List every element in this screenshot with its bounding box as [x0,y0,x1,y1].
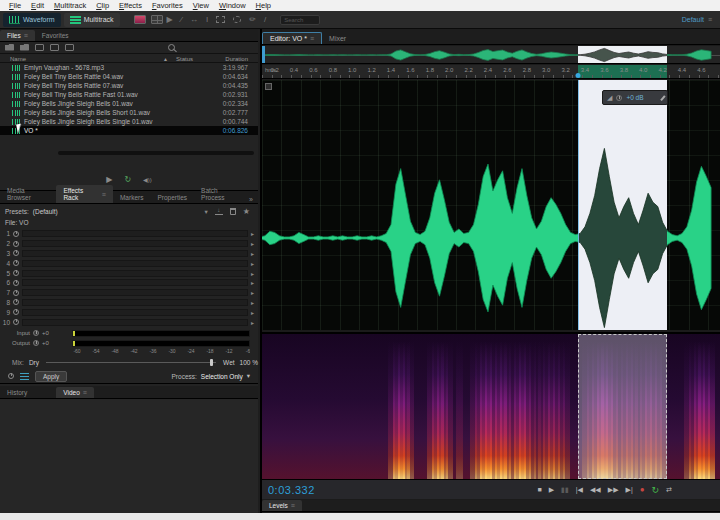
marquee-selection-tool-icon[interactable] [216,16,225,23]
multitrack-view-button[interactable]: Multitrack [64,13,120,27]
files-horizontal-scrollbar[interactable] [58,151,254,155]
skip-selection-button[interactable]: ⇄ [666,485,672,495]
menu-effects[interactable]: Effects [114,0,147,11]
record-button[interactable]: ● [640,485,645,495]
slot-chevron-icon[interactable]: ▸ [251,240,254,247]
slot-power-icon[interactable] [13,280,19,286]
tab-files[interactable]: Files ≡ [0,30,35,41]
workspace-menu-icon[interactable]: ≡ [708,16,712,23]
files-list-header[interactable]: Name ▲ Status Duration [0,54,258,63]
slot-chevron-icon[interactable]: ▸ [251,309,254,316]
preview-loop-icon[interactable]: ↻ [124,175,131,184]
file-name[interactable]: Foley Bells Jingle Sleigh Bells Single 0… [24,118,153,125]
volume-hud[interactable]: ◢ +0 dB [602,90,668,105]
effect-slot-7[interactable]: 7▸ [0,288,258,298]
preview-play-icon[interactable]: ▶ [106,175,112,184]
file-row[interactable]: Foley Bells Jingle Sleigh Bells Short 01… [0,108,258,117]
file-name[interactable]: Foley Bell Tiny Bells Rattle 07.wav [24,82,123,89]
fast-forward-button[interactable]: ▶▶ [608,485,619,495]
loop-button[interactable]: ↻ [652,485,660,495]
pause-button[interactable]: ▮▮ [561,485,569,495]
tab-video[interactable]: Video ≡ [56,387,94,398]
slot-chevron-icon[interactable]: ▸ [251,230,254,237]
hud-gain-value[interactable]: +0 dB [626,94,643,101]
slot-power-icon[interactable] [13,231,19,237]
spectral-pitch-display-icon[interactable] [151,15,163,24]
menu-edit[interactable]: Edit [26,0,49,11]
file-row[interactable]: Foley Bells Jingle Sleigh Bells Single 0… [0,117,258,126]
column-duration[interactable]: Duration [225,56,248,62]
slot-power-icon[interactable] [13,319,19,325]
waveform-view-button[interactable]: Waveform [3,13,61,27]
import-file-icon[interactable] [20,44,29,51]
effect-slot-8[interactable]: 8▸ [0,298,258,308]
effect-slot-6[interactable]: 6▸ [0,278,258,288]
slot-power-icon[interactable] [13,290,19,296]
go-to-start-button[interactable]: |◀ [576,485,583,495]
tab-overflow-icon[interactable]: » [249,196,258,203]
file-name[interactable]: Foley Bells Jingle Sleigh Bells Short 01… [24,109,150,116]
file-row[interactable]: Foley Bell Tiny Bells Rattle 07.wav0:04.… [0,81,258,90]
slot-chevron-icon[interactable]: ▸ [251,319,254,326]
stop-button[interactable]: ■ [537,485,541,495]
panel-menu-icon[interactable]: ≡ [291,502,295,509]
play-button[interactable]: ▶ [549,485,554,495]
menu-window[interactable]: Window [214,0,251,11]
favorite-star-icon[interactable]: ★ [243,207,250,216]
slot-chevron-icon[interactable]: ▸ [251,260,254,267]
file-row[interactable]: Foley Bells Jingle Sleigh Bells 01.wav0:… [0,99,258,108]
paintbrush-tool-icon[interactable]: ✏ [249,15,256,25]
lasso-selection-tool-icon[interactable] [233,16,241,23]
file-name[interactable]: Foley Bell Tiny Bells Rattle Fast 01.wav [24,91,138,98]
menu-file[interactable]: File [4,0,26,11]
effect-slot-2[interactable]: 2▸ [0,239,258,249]
column-status[interactable]: Status [176,56,193,62]
slot-power-icon[interactable] [13,270,19,276]
playhead-marker[interactable] [576,73,581,78]
effect-slot-9[interactable]: 9▸ [0,307,258,317]
slot-chevron-icon[interactable]: ▸ [251,299,254,306]
move-tool-icon[interactable]: ▶ [167,15,173,25]
panel-menu-icon[interactable]: ≡ [310,35,314,42]
input-gain-knob[interactable] [33,330,39,336]
overview-start-marker[interactable] [262,46,265,63]
playhead-line[interactable] [578,80,579,330]
tab-history[interactable]: History [0,387,34,398]
process-dropdown-icon[interactable]: ▾ [247,372,250,380]
output-gain-knob[interactable] [33,340,39,346]
delete-preset-icon[interactable] [230,208,236,215]
column-name[interactable]: Name [10,56,26,62]
file-name[interactable]: Emlyn Vaughan - 5678.mp3 [24,64,104,71]
tab-properties[interactable]: Properties [150,192,194,203]
preset-value[interactable]: (Default) [33,208,58,215]
preset-dropdown-icon[interactable]: ▾ [205,208,208,216]
slot-power-icon[interactable] [13,299,19,305]
time-display[interactable]: 0:03.332 [268,484,315,496]
tab-batch-process[interactable]: Batch Process [194,185,249,203]
spot-healing-tool-icon[interactable]: / [264,15,266,25]
process-value[interactable]: Selection Only [201,373,243,380]
spectral-display-icon[interactable] [134,15,146,24]
menu-clip[interactable]: Clip [91,0,114,11]
tab-media-browser[interactable]: Media Browser [0,185,56,203]
new-content-icon[interactable] [35,44,44,51]
file-name[interactable]: Foley Bells Jingle Sleigh Bells 01.wav [24,100,133,107]
tab-mixer[interactable]: Mixer [322,33,353,44]
time-selection-tool-icon[interactable]: I [206,15,208,25]
slot-chevron-icon[interactable]: ▸ [251,289,254,296]
rewind-button[interactable]: ◀◀ [590,485,601,495]
workspace-switcher[interactable]: Default ≡ [682,16,720,23]
waveform-display[interactable]: ◢ +0 dB [262,80,720,330]
spectrogram-selection[interactable] [578,334,667,479]
effect-slot-3[interactable]: 3▸ [0,249,258,259]
go-to-end-button[interactable]: ▶| [626,485,633,495]
effect-slot-5[interactable]: 5▸ [0,268,258,278]
slot-chevron-icon[interactable]: ▸ [251,270,254,277]
pre-post-toggle-icon[interactable] [20,373,29,380]
panel-menu-icon[interactable]: ≡ [83,389,87,396]
insert-into-multitrack-icon[interactable] [50,44,59,51]
slot-chevron-icon[interactable]: ▸ [251,250,254,257]
overview-selection[interactable] [578,46,667,63]
file-row[interactable]: Emlyn Vaughan - 5678.mp33:19.967 [0,63,258,72]
menu-favorites[interactable]: Favorites [147,0,188,11]
